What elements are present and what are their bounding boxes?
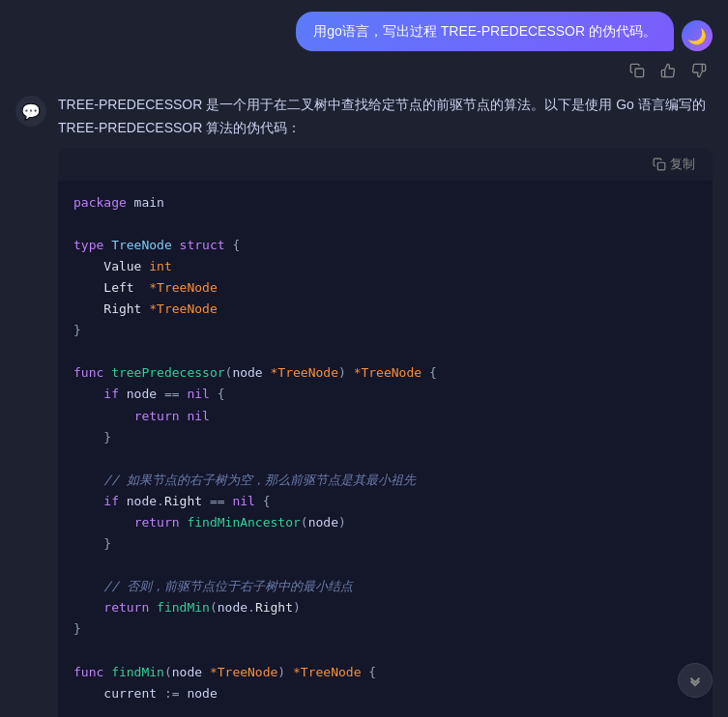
chat-container: 用go语言，写出过程 TREE-PREDECESSOR 的伪代码。 🌙 💬 TR… xyxy=(0,0,728,717)
action-row xyxy=(0,59,728,90)
code-copy-icon xyxy=(653,158,666,171)
user-message-text: 用go语言，写出过程 TREE-PREDECESSOR 的伪代码。 xyxy=(313,21,656,42)
dislike-button[interactable] xyxy=(685,59,713,82)
user-bubble: 用go语言，写出过程 TREE-PREDECESSOR 的伪代码。 xyxy=(296,12,674,51)
ai-avatar: 💬 xyxy=(15,96,46,127)
thumbs-up-icon xyxy=(660,63,676,78)
code-copy-button[interactable]: 复制 xyxy=(647,154,701,175)
code-copy-label: 复制 xyxy=(670,156,695,173)
ai-content: TREE-PREDECESSOR 是一个用于在二叉树中查找给定节点的前驱节点的算… xyxy=(58,94,713,717)
svg-rect-1 xyxy=(657,162,665,170)
svg-rect-0 xyxy=(635,69,644,77)
copy-icon xyxy=(629,63,645,78)
like-button[interactable] xyxy=(655,59,682,82)
user-avatar: 🌙 xyxy=(682,20,713,51)
ai-intro-text: TREE-PREDECESSOR 是一个用于在二叉树中查找给定节点的前驱节点的算… xyxy=(58,94,713,140)
user-message-row: 用go语言，写出过程 TREE-PREDECESSOR 的伪代码。 🌙 xyxy=(0,0,728,59)
code-block: 复制 package main type TreeNode struct { V… xyxy=(58,148,713,717)
code-body: package main type TreeNode struct { Valu… xyxy=(58,181,713,717)
copy-action-button[interactable] xyxy=(624,59,651,82)
scroll-to-bottom-button[interactable] xyxy=(678,663,713,698)
ai-response-row: 💬 TREE-PREDECESSOR 是一个用于在二叉树中查找给定节点的前驱节点… xyxy=(0,90,728,717)
chevron-down-icon xyxy=(686,672,704,689)
code-header: 复制 xyxy=(58,148,713,181)
thumbs-down-icon xyxy=(691,63,707,78)
